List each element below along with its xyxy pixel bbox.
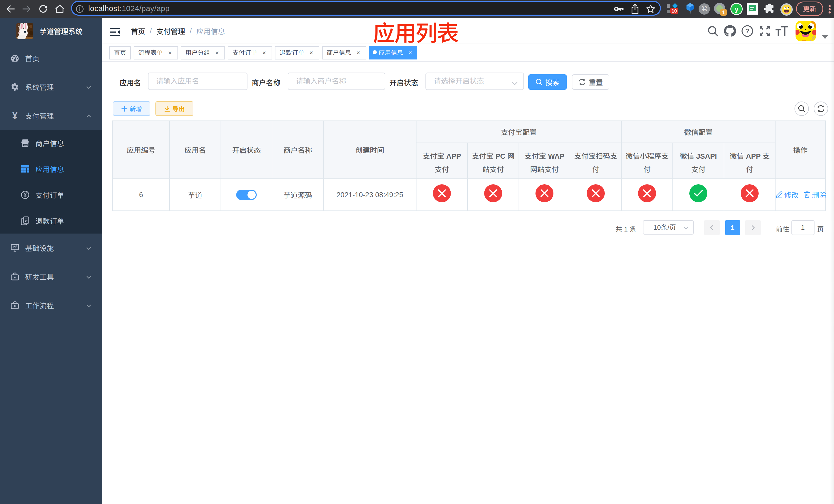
svg-text:⌘: ⌘	[701, 5, 707, 13]
svg-text:10: 10	[672, 8, 677, 14]
svg-text:y: y	[734, 5, 738, 13]
svg-text:1: 1	[722, 9, 725, 15]
svg-text:?: ?	[745, 27, 749, 35]
